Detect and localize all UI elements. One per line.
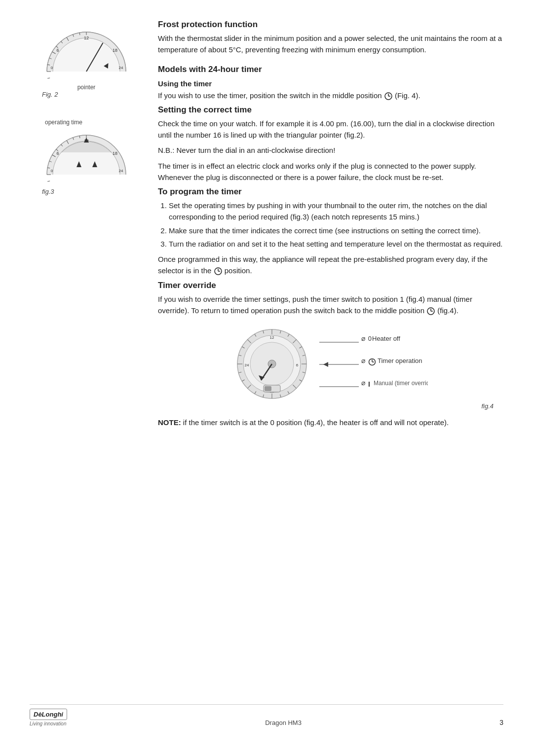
svg-text:12: 12 [269,335,274,340]
svg-text:⌀: ⌀ [361,357,365,364]
pointer-label: pointer [42,84,131,91]
step-2: Make sure that the timer indicates the c… [169,225,503,236]
fig4-dial-svg: 12 6 18 24 [234,326,310,402]
timer-icon-inline [384,92,393,101]
svg-text:18: 18 [113,151,117,156]
svg-text:6: 6 [296,363,298,367]
setting-time-body2: N.B.: Never turn the dial in an anti-clo… [158,144,503,156]
frost-body: With the thermostat slider in the minimu… [158,33,503,56]
fig3-dial-container: operating time [42,128,131,186]
svg-marker-104 [323,362,328,367]
setting-time-title: Setting the correct time [158,105,503,115]
svg-text:0: 0 [51,66,53,70]
note-label: NOTE: [158,418,181,427]
svg-text:24: 24 [244,363,249,367]
step-1: Set the operating times by pushing in wi… [169,200,503,223]
fig3-caption: fig.3 [42,188,54,195]
program-timer-steps: Set the operating times by pushing in wi… [169,200,503,250]
svg-text:18: 18 [113,48,117,53]
fig2-dial-svg: 12 6 18 0 24 [42,25,131,81]
step-3: Turn the radiatior on and set it to the … [169,238,503,250]
svg-text:Manual (timer override): Manual (timer override) [374,380,428,387]
note-paragraph: NOTE: if the timer switch is at the 0 po… [158,417,503,428]
svg-text:⌀: ⌀ [361,379,365,387]
using-timer-subtitle: Using the timer [158,79,503,88]
svg-text:Timer operation: Timer operation [378,357,422,364]
svg-text:0: 0 [51,169,53,173]
using-timer-body: If you wish to use the timer, position t… [158,90,503,101]
svg-text:12: 12 [84,36,89,40]
footer-logo: DèLonghi Living innovation [30,709,67,726]
svg-text:I: I [368,380,370,388]
timer-icon-inline3 [426,307,435,316]
fig4-lines-container: ⌀ 0 Heater off ⌀ Timer operation [319,332,428,396]
svg-rect-101 [265,386,271,391]
timer-override-title: Timer override [158,281,503,290]
program-timer-title: To program the timer [158,187,503,197]
models24-section-title: Models with 24-hour timer [158,65,503,74]
setting-time-body3: The timer is in effect an electric clock… [158,160,503,183]
fig4-lines-svg: ⌀ 0 Heater off ⌀ Timer operation [319,332,428,396]
svg-text:Heater off: Heater off [372,335,400,342]
right-column: Frost protection function With the therm… [143,20,503,689]
svg-text:⌀
              0: ⌀ 0 [361,334,372,342]
fig4-block: 12 6 18 24 [158,326,503,402]
brand-tagline: Living innovation [30,721,67,726]
frost-section-title: Frost protection function [158,20,503,30]
operating-time-label: operating time [45,119,82,126]
fig2-block: 12 6 18 0 24 pointer Fig. 2 [42,25,131,98]
page: 12 6 18 0 24 pointer Fig. 2 [0,0,533,756]
brand-logo: DèLonghi [30,709,67,720]
main-content: 12 6 18 0 24 pointer Fig. 2 [30,20,503,689]
timer-override-body: If you wish to override the timer settin… [158,293,503,317]
program-timer-after: Once programmed in this way, the applian… [158,253,503,277]
fig2-dial-container: 12 6 18 0 24 pointer [42,25,131,91]
fig3-dial-svg: 12 6 18 0 24 [42,128,131,184]
footer-model: Dragon HM3 [265,719,302,726]
svg-line-38 [47,181,50,181]
svg-line-11 [47,78,50,78]
footer: DèLonghi Living innovation Dragon HM3 3 [30,704,503,726]
left-column: 12 6 18 0 24 pointer Fig. 2 [30,20,143,689]
setting-time-body1: Check the time on your watch. If for exa… [158,118,503,141]
fig3-block: operating time [42,128,131,195]
svg-text:6: 6 [56,151,59,156]
timer-icon-inline2 [214,267,223,276]
note-body: if the timer switch is at the 0 position… [183,418,449,427]
footer-page-number: 3 [499,719,503,726]
fig4-caption: fig.4 [158,402,503,410]
svg-text:24: 24 [119,66,123,70]
svg-text:24: 24 [119,169,123,173]
fig2-caption: Fig. 2 [42,91,58,98]
svg-text:6: 6 [56,48,59,53]
